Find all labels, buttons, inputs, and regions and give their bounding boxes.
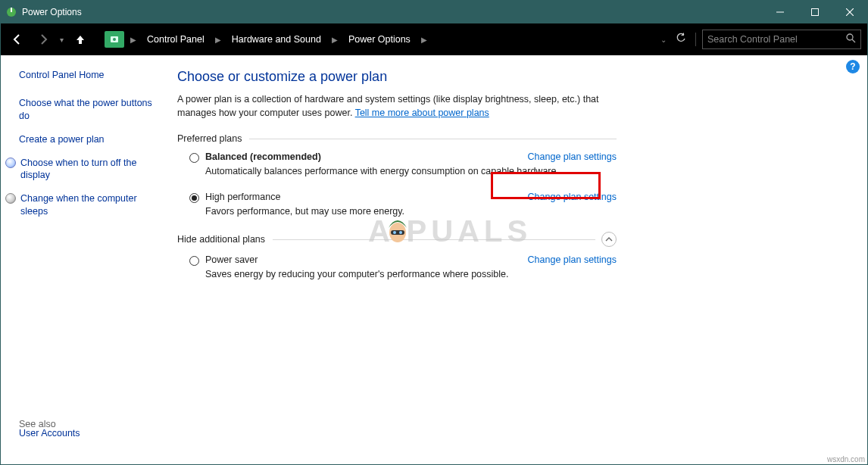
- svg-line-9: [852, 39, 855, 42]
- chevron-right-icon[interactable]: ▶: [330, 36, 339, 44]
- refresh-button[interactable]: [673, 33, 689, 46]
- up-button[interactable]: [70, 29, 91, 50]
- chevron-right-icon[interactable]: ▶: [214, 36, 223, 44]
- maximize-button[interactable]: [798, 1, 832, 23]
- plan-saver-desc: Saves energy by reducing your computer's…: [177, 269, 617, 279]
- history-dropdown-icon[interactable]: ⌄: [659, 36, 668, 44]
- plan-balanced-desc: Automatically balances performance with …: [177, 166, 617, 176]
- plan-saver-row: Power saver Change plan settings: [177, 254, 617, 266]
- back-button[interactable]: [7, 29, 28, 50]
- svg-point-8: [847, 34, 853, 40]
- plan-balanced-row: Balanced (recommended) Change plan setti…: [177, 151, 617, 163]
- breadcrumb-hardware-sound[interactable]: Hardware and Sound: [227, 32, 326, 47]
- sidebar-create-plan[interactable]: Create a power plan: [19, 133, 155, 146]
- sidebar: Control Panel Home Choose what the power…: [1, 55, 164, 464]
- chevron-right-icon[interactable]: ▶: [420, 36, 429, 44]
- sidebar-when-sleeps[interactable]: Change when the computer sleeps: [20, 192, 155, 218]
- close-button[interactable]: [832, 1, 867, 23]
- sidebar-user-accounts[interactable]: User Accounts: [19, 427, 80, 440]
- main-panel: A PUALS Choose or customize a power plan…: [164, 55, 867, 464]
- attribution: wsxdn.com: [827, 455, 865, 463]
- page-heading: Choose or customize a power plan: [177, 69, 867, 85]
- plan-saver-name[interactable]: Power saver: [205, 254, 258, 265]
- svg-rect-1: [11, 8, 12, 12]
- window: Power Options ▾ ▶ Control Panel ▶ Hardwa…: [0, 0, 868, 465]
- sleep-icon: [5, 193, 16, 204]
- plan-saver-radio[interactable]: [189, 256, 199, 266]
- window-title: Power Options: [22, 7, 763, 17]
- address-bar: ▾ ▶ Control Panel ▶ Hardware and Sound ▶…: [1, 23, 867, 55]
- preferred-plans-header: Preferred plans: [177, 133, 617, 144]
- search-placeholder: Search Control Panel: [707, 34, 846, 45]
- plan-balanced-radio[interactable]: [189, 153, 199, 163]
- chevron-right-icon[interactable]: ▶: [129, 36, 138, 44]
- breadcrumb-control-panel[interactable]: Control Panel: [142, 32, 209, 47]
- recent-dropdown-icon[interactable]: ▾: [58, 36, 65, 44]
- hide-additional-header[interactable]: Hide additional plans: [177, 232, 617, 247]
- change-settings-high[interactable]: Change plan settings: [528, 192, 617, 202]
- breadcrumb-power-options[interactable]: Power Options: [344, 32, 415, 47]
- page-description: A power plan is a collection of hardware…: [177, 92, 624, 120]
- plan-high-radio[interactable]: [189, 193, 199, 203]
- search-input[interactable]: Search Control Panel: [702, 30, 861, 49]
- search-icon[interactable]: [846, 33, 856, 46]
- location-icon[interactable]: [105, 31, 124, 48]
- plan-high-name[interactable]: High performance: [205, 192, 280, 202]
- forward-button[interactable]: [33, 29, 54, 50]
- plan-balanced-name[interactable]: Balanced (recommended): [205, 151, 321, 162]
- sidebar-choose-buttons[interactable]: Choose what the power buttons do: [19, 97, 155, 123]
- separator: [695, 33, 696, 46]
- plan-high-row: High performance Change plan settings: [177, 192, 617, 203]
- sidebar-home[interactable]: Control Panel Home: [19, 69, 155, 82]
- sidebar-turn-off-display[interactable]: Choose when to turn off the display: [20, 157, 155, 183]
- svg-rect-3: [812, 9, 819, 16]
- content-area: ? Control Panel Home Choose what the pow…: [1, 55, 867, 464]
- display-off-icon: [5, 158, 16, 168]
- minimize-button[interactable]: [763, 1, 798, 23]
- app-icon: [1, 6, 22, 18]
- plan-high-desc: Favors performance, but may use more ene…: [177, 206, 617, 217]
- collapse-icon[interactable]: [601, 232, 617, 247]
- titlebar: Power Options: [1, 1, 867, 23]
- svg-point-7: [113, 38, 116, 41]
- learn-more-link[interactable]: Tell me more about power plans: [355, 108, 489, 118]
- change-settings-saver[interactable]: Change plan settings: [528, 254, 617, 265]
- change-settings-balanced[interactable]: Change plan settings: [528, 151, 617, 162]
